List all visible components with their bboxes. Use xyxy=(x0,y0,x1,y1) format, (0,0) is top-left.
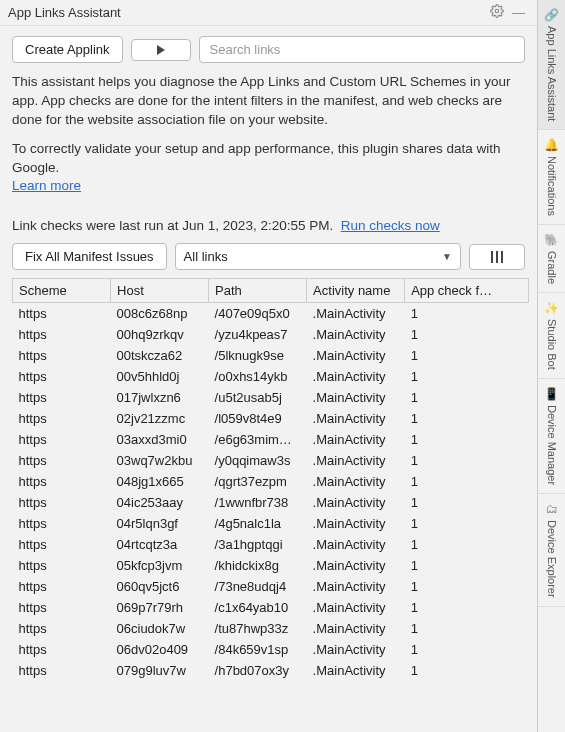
rail-item-label: Device Explorer xyxy=(546,520,558,598)
cell-appcheck: 1 xyxy=(405,576,529,597)
cell-path: /tu87hwp33z xyxy=(209,618,307,639)
cell-activity: .MainActivity xyxy=(307,429,405,450)
links-table: Scheme Host Path Activity name App check… xyxy=(12,278,529,681)
cell-scheme: https xyxy=(13,324,111,345)
gear-icon[interactable] xyxy=(486,2,508,23)
cell-scheme: https xyxy=(13,534,111,555)
header-activity[interactable]: Activity name xyxy=(307,279,405,303)
table-row[interactable]: https069p7r79rh/c1x64yab10.MainActivity1 xyxy=(13,597,529,618)
create-applink-button[interactable]: Create Applink xyxy=(12,36,123,63)
cell-appcheck: 1 xyxy=(405,345,529,366)
cell-appcheck: 1 xyxy=(405,450,529,471)
minimize-icon[interactable]: — xyxy=(508,3,529,22)
cell-host: 03axxd3mi0 xyxy=(111,429,209,450)
cell-activity: .MainActivity xyxy=(307,324,405,345)
cell-host: 03wq7w2kbu xyxy=(111,450,209,471)
cell-scheme: https xyxy=(13,303,111,325)
controls-row: Fix All Manifest Issues All links ▼ xyxy=(0,243,537,278)
table-row[interactable]: https05kfcp3jvm/khidckix8g.MainActivity1 xyxy=(13,555,529,576)
description-p2: To correctly validate your setup and app… xyxy=(12,141,501,175)
columns-button[interactable] xyxy=(469,244,525,270)
rail-item-studio-bot[interactable]: ✨Studio Bot xyxy=(538,293,565,379)
cell-path: /e6g63mim… xyxy=(209,429,307,450)
cell-appcheck: 1 xyxy=(405,597,529,618)
table-wrap[interactable]: Scheme Host Path Activity name App check… xyxy=(12,278,529,728)
search-input[interactable] xyxy=(199,36,525,63)
cell-scheme: https xyxy=(13,492,111,513)
description-p1: This assistant helps you diagnose the Ap… xyxy=(12,73,525,130)
table-row[interactable]: https06ciudok7w/tu87hwp33z.MainActivity1 xyxy=(13,618,529,639)
table-row[interactable]: https00v5hhld0j/o0xhs14ykb.MainActivity1 xyxy=(13,366,529,387)
cell-activity: .MainActivity xyxy=(307,492,405,513)
cell-host: 048jg1x665 xyxy=(111,471,209,492)
gradle-icon: 🐘 xyxy=(544,233,559,247)
table-row[interactable]: https008c6z68np/407e09q5x0.MainActivity1 xyxy=(13,303,529,325)
panel-title: App Links Assistant xyxy=(8,5,486,20)
cell-path: /yzu4kpeas7 xyxy=(209,324,307,345)
rail-item-device-manager[interactable]: 📱Device Manager xyxy=(538,379,565,494)
play-icon xyxy=(156,45,166,55)
table-row[interactable]: https02jv21zzmc/l059v8t4e9.MainActivity1 xyxy=(13,408,529,429)
svg-rect-3 xyxy=(496,251,498,263)
fix-manifest-button[interactable]: Fix All Manifest Issues xyxy=(12,243,167,270)
table-row[interactable]: https060qv5jct6/73ne8udqj4.MainActivity1 xyxy=(13,576,529,597)
table-header-row: Scheme Host Path Activity name App check… xyxy=(13,279,529,303)
status-row: Link checks were last run at Jun 1, 2023… xyxy=(0,216,537,243)
filter-select[interactable]: All links ▼ xyxy=(175,243,461,270)
cell-host: 06ciudok7w xyxy=(111,618,209,639)
rail-item-label: Studio Bot xyxy=(546,319,558,370)
cell-appcheck: 1 xyxy=(405,660,529,681)
rail-item-label: Gradle xyxy=(546,251,558,284)
learn-more-link[interactable]: Learn more xyxy=(12,178,81,193)
device-explorer-icon: 🗂 xyxy=(546,502,558,516)
cell-activity: .MainActivity xyxy=(307,471,405,492)
cell-scheme: https xyxy=(13,429,111,450)
rail-item-device-explorer[interactable]: 🗂Device Explorer xyxy=(538,494,565,607)
columns-icon xyxy=(490,251,504,263)
table-row[interactable]: https048jg1x665/qgrt37ezpm.MainActivity1 xyxy=(13,471,529,492)
device-manager-icon: 📱 xyxy=(544,387,559,401)
header-host[interactable]: Host xyxy=(111,279,209,303)
header-path[interactable]: Path xyxy=(209,279,307,303)
rail-item-gradle[interactable]: 🐘Gradle xyxy=(538,225,565,293)
run-checks-link[interactable]: Run checks now xyxy=(341,218,440,233)
table-row[interactable]: https00hq9zrkqv/yzu4kpeas7.MainActivity1 xyxy=(13,324,529,345)
cell-activity: .MainActivity xyxy=(307,345,405,366)
table-row[interactable]: https04rtcqtz3a/3a1hgptqgi.MainActivity1 xyxy=(13,534,529,555)
rail-item-notifications[interactable]: 🔔Notifications xyxy=(538,130,565,225)
cell-appcheck: 1 xyxy=(405,387,529,408)
cell-activity: .MainActivity xyxy=(307,408,405,429)
cell-path: /3a1hgptqgi xyxy=(209,534,307,555)
side-rail: 🔗App Links Assistant🔔Notifications🐘Gradl… xyxy=(538,0,565,732)
studio-bot-icon: ✨ xyxy=(544,301,559,315)
cell-scheme: https xyxy=(13,471,111,492)
table-row[interactable]: https079g9luv7w/h7bd07ox3y.MainActivity1 xyxy=(13,660,529,681)
cell-activity: .MainActivity xyxy=(307,555,405,576)
table-row[interactable]: https06dv02o409/84k659v1sp.MainActivity1 xyxy=(13,639,529,660)
cell-host: 00v5hhld0j xyxy=(111,366,209,387)
table-row[interactable]: https00tskcza62/5lknugk9se.MainActivity1 xyxy=(13,345,529,366)
table-row[interactable]: https04r5lqn3gf/4g5nalc1la.MainActivity1 xyxy=(13,513,529,534)
cell-path: /84k659v1sp xyxy=(209,639,307,660)
notifications-icon: 🔔 xyxy=(544,138,559,152)
table-row[interactable]: https017jwlxzn6/u5t2usab5j.MainActivity1 xyxy=(13,387,529,408)
rail-item-label: App Links Assistant xyxy=(546,26,558,121)
cell-appcheck: 1 xyxy=(405,366,529,387)
header-appcheck[interactable]: App check f… xyxy=(405,279,529,303)
cell-scheme: https xyxy=(13,660,111,681)
cell-path: /u5t2usab5j xyxy=(209,387,307,408)
cell-scheme: https xyxy=(13,618,111,639)
cell-activity: .MainActivity xyxy=(307,513,405,534)
cell-host: 00tskcza62 xyxy=(111,345,209,366)
cell-appcheck: 1 xyxy=(405,555,529,576)
table-row[interactable]: https03axxd3mi0/e6g63mim….MainActivity1 xyxy=(13,429,529,450)
cell-activity: .MainActivity xyxy=(307,618,405,639)
run-button[interactable] xyxy=(131,39,191,61)
cell-host: 04r5lqn3gf xyxy=(111,513,209,534)
chevron-down-icon: ▼ xyxy=(442,251,452,262)
table-row[interactable]: https04ic253aay/1wwnfbr738.MainActivity1 xyxy=(13,492,529,513)
rail-item-app-links-assistant[interactable]: 🔗App Links Assistant xyxy=(538,0,565,130)
table-row[interactable]: https03wq7w2kbu/y0qqimaw3s.MainActivity1 xyxy=(13,450,529,471)
cell-host: 060qv5jct6 xyxy=(111,576,209,597)
header-scheme[interactable]: Scheme xyxy=(13,279,111,303)
